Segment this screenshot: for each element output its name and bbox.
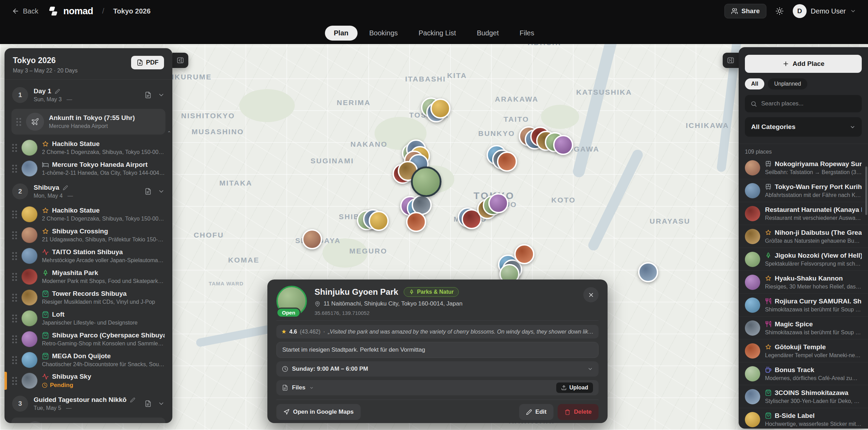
- map-marker[interactable]: [638, 262, 658, 282]
- day-header[interactable]: 3 Guided Tagestour nach Nikkō Tue, May 5…: [11, 391, 165, 416]
- export-pdf-button[interactable]: PDF: [131, 56, 164, 69]
- itinerary-place-item[interactable]: Hachiko Statue2 Chome-1 Dogenzaka, Shibu…: [11, 204, 165, 225]
- map-region-label: URAYASU: [650, 217, 690, 225]
- share-button[interactable]: Share: [724, 4, 766, 18]
- drag-handle-icon[interactable]: [12, 252, 17, 260]
- day-notes-icon[interactable]: [145, 92, 152, 98]
- close-popup-button[interactable]: [583, 287, 599, 302]
- filter-pill-unplanned[interactable]: Unplanned: [768, 78, 807, 89]
- drag-handle-icon[interactable]: [12, 273, 17, 281]
- itinerary-place-item[interactable]: Shibuya SkyPending: [11, 370, 165, 391]
- map-marker[interactable]: [406, 212, 426, 232]
- opening-hours-row[interactable]: Sunday: 9:00 AM – 6:00 PM: [276, 361, 599, 377]
- edit-button[interactable]: Edit: [519, 404, 553, 420]
- place-thumbnail: [745, 206, 760, 221]
- map-marker-selected[interactable]: [411, 166, 441, 197]
- map-marker[interactable]: [302, 229, 322, 249]
- pencil-icon[interactable]: [63, 185, 68, 190]
- place-list-item[interactable]: Gōtokuji Temple Legendärer Tempel voller…: [739, 339, 868, 362]
- search-input[interactable]: [761, 100, 856, 107]
- scrollbar-up-arrow[interactable]: ⌃: [167, 130, 171, 136]
- itinerary-place-item[interactable]: Miyashita ParkModerner Park mit Shops, F…: [11, 266, 165, 287]
- drag-handle-icon[interactable]: [12, 231, 17, 239]
- map-marker[interactable]: [514, 244, 534, 264]
- files-row[interactable]: Files Upload: [276, 380, 599, 395]
- collapse-right-panel-button[interactable]: [723, 53, 739, 68]
- itinerary-place-item[interactable]: Tower Records ShibuyaRiesiger Musikladen…: [11, 287, 165, 308]
- place-list-item[interactable]: Jigoku Nozoki (View of Hell) Spektakulär…: [739, 248, 868, 271]
- map-region-label: NERIMA: [337, 98, 371, 107]
- day-header[interactable]: 2 Shibuya Mon, May 4—: [11, 179, 165, 204]
- brand-logo[interactable]: nomad: [47, 5, 93, 17]
- place-list-item[interactable]: B-Side Label Hochwertige, wasserfeste St…: [739, 408, 868, 429]
- brand-name: nomad: [63, 6, 93, 17]
- tab-plan[interactable]: Plan: [325, 26, 358, 41]
- tab-files[interactable]: Files: [510, 26, 543, 41]
- pencil-icon[interactable]: [130, 397, 135, 403]
- scrollbar-thumb[interactable]: [865, 166, 867, 215]
- day-header[interactable]: 1 Day 1 Sun, May 3—: [11, 83, 165, 108]
- opening-hours: Sunday: 9:00 AM – 6:00 PM: [292, 366, 368, 372]
- place-list-item[interactable]: Nihon-ji Daibutsu (The Great ... Größte …: [739, 225, 868, 248]
- open-google-maps-button[interactable]: Open in Google Maps: [276, 404, 361, 420]
- delete-button[interactable]: Delete: [558, 404, 599, 420]
- drag-handle-icon[interactable]: [12, 335, 17, 343]
- drag-handle-icon[interactable]: [12, 165, 17, 173]
- place-list-item[interactable]: Hyaku-Shaku Kannon Riesiges, 30 Meter ho…: [739, 271, 868, 294]
- app-window: Back nomad / Tokyo 2026 Share D Demo Use…: [0, 0, 868, 430]
- add-place-button[interactable]: Add Place: [745, 55, 862, 73]
- chevron-down-icon[interactable]: [158, 400, 165, 407]
- collapse-left-panel-button[interactable]: [172, 53, 188, 68]
- note-input[interactable]: [276, 342, 599, 358]
- status-badge: Pending: [42, 382, 165, 389]
- pencil-icon[interactable]: [55, 89, 60, 94]
- drag-handle-icon[interactable]: [12, 144, 17, 152]
- itinerary-place-item[interactable]: TAITO Station ShibuyaMehrstöckige Arcade…: [11, 246, 165, 266]
- user-menu[interactable]: D Demo User: [793, 4, 856, 18]
- itinerary-event-card[interactable]: Treffpunkt für Abreise (7:55 Uhr) Bus Te…: [11, 418, 165, 423]
- theme-toggle-sun-icon[interactable]: [775, 7, 784, 15]
- drag-handle-icon[interactable]: [12, 356, 17, 364]
- itinerary-place-item[interactable]: MEGA Don QuijoteChaotischer 24h-Discount…: [11, 350, 165, 370]
- map-marker[interactable]: [369, 211, 389, 231]
- day-notes-icon[interactable]: [145, 400, 152, 407]
- drag-handle-icon[interactable]: [16, 118, 21, 126]
- tab-bookings[interactable]: Bookings: [360, 26, 407, 41]
- itinerary-place-item[interactable]: LoftJapanischer Lifestyle- und Designsto…: [11, 308, 165, 329]
- back-button[interactable]: Back: [12, 7, 38, 15]
- drag-handle-icon[interactable]: [12, 315, 17, 322]
- map-marker[interactable]: [553, 135, 573, 155]
- chevron-down-icon[interactable]: [158, 188, 165, 195]
- filter-pill-all[interactable]: All: [745, 78, 764, 89]
- day-notes-icon[interactable]: [145, 188, 152, 195]
- drag-handle-icon[interactable]: [12, 377, 17, 385]
- map-marker[interactable]: [430, 98, 450, 119]
- itinerary-place-item[interactable]: Shibuya Crossing21 Udagawacho, Shibuya, …: [11, 225, 165, 246]
- tab-packing-list[interactable]: Packing List: [410, 26, 465, 41]
- map-marker[interactable]: [497, 152, 517, 172]
- place-thumbnail: [745, 252, 760, 267]
- rating-row[interactable]: ★ 4.6 (43.462) · „Visited the park and w…: [276, 325, 599, 338]
- itinerary-event-card[interactable]: Ankunft in Tokyo (7:55 Uhr) Mercure Hane…: [11, 109, 165, 135]
- place-list-item[interactable]: Nokogiriyama Ropeway Sum... Seilbahn: Ta…: [739, 156, 868, 179]
- map-region-label: TAITO: [504, 115, 529, 123]
- itinerary-place-item[interactable]: Shibuya Parco (Cyberspace Shibuya)Retro-…: [11, 329, 165, 350]
- place-list-item[interactable]: Bonus Track Modernes, dörfliches Café-Ar…: [739, 362, 868, 385]
- upload-button[interactable]: Upload: [556, 382, 593, 393]
- place-list-item[interactable]: Restaurant Harunatei (Kanaya Po... Resta…: [739, 202, 868, 225]
- place-list-item[interactable]: Tokyo-Wan Ferry Port Kuriha... Abfahrtss…: [739, 179, 868, 202]
- plus-icon: [782, 60, 789, 67]
- drag-handle-icon[interactable]: [12, 210, 17, 218]
- place-list-item[interactable]: 3COINS Shimokitazawa Stylischer 300-Yen-…: [739, 385, 868, 408]
- back-label: Back: [23, 7, 38, 15]
- drag-handle-icon[interactable]: [12, 294, 17, 302]
- tab-budget[interactable]: Budget: [468, 26, 508, 41]
- place-list-item[interactable]: Rojiura Curry SAMURAI. Shim... Shimokita…: [739, 294, 868, 317]
- chevron-down-icon[interactable]: [158, 92, 165, 98]
- category-dropdown[interactable]: All Categories: [745, 117, 862, 137]
- food-icon: [765, 298, 772, 304]
- map-marker[interactable]: [488, 193, 508, 213]
- itinerary-place-item[interactable]: Hachiko Statue2 Chome-1 Dogenzaka, Shibu…: [11, 137, 165, 158]
- itinerary-place-item[interactable]: Mercure Tokyo Haneda Airport1-chōme-2-11…: [11, 158, 165, 179]
- place-list-item[interactable]: Magic Spice Shimokitazawa ist berühmt fü…: [739, 317, 868, 339]
